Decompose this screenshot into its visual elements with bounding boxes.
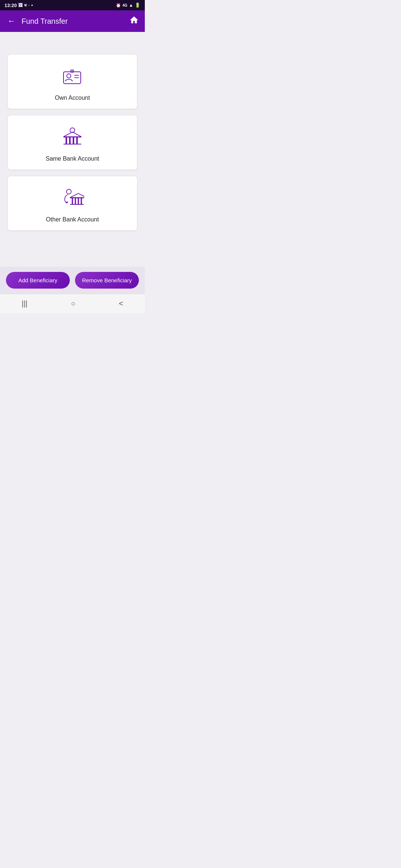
svg-rect-18 (72, 198, 73, 204)
signal-icon: ▲ (129, 3, 133, 8)
back-button[interactable]: ← (6, 15, 17, 27)
bottom-buttons-area: Add Beneficiary Remove Beneficiary (0, 267, 145, 294)
home-icon (129, 15, 139, 25)
svg-point-14 (66, 189, 71, 194)
nav-bar: ||| ○ < (0, 294, 145, 313)
svg-rect-21 (81, 198, 82, 204)
gallery-icon: 🖼 (18, 3, 23, 8)
svg-marker-16 (70, 193, 84, 197)
main-content: Own Account Same Bank Account (0, 32, 145, 238)
4g-icon: 4G (123, 3, 127, 7)
status-right: ⏰ 4G ▲ 🔋 (116, 3, 140, 8)
id-card-icon (61, 65, 84, 90)
svg-rect-19 (75, 198, 76, 204)
add-beneficiary-button[interactable]: Add Beneficiary (6, 272, 70, 289)
battery-low-icon: ▪ (28, 3, 30, 7)
own-account-label: Own Account (55, 95, 90, 101)
same-bank-card[interactable]: Same Bank Account (7, 115, 137, 170)
other-bank-label: Other Bank Account (46, 216, 99, 223)
svg-rect-12 (76, 137, 78, 144)
recent-apps-button[interactable]: ||| (14, 296, 35, 311)
status-time: 13:20 (4, 3, 17, 8)
remove-beneficiary-button[interactable]: Remove Beneficiary (75, 272, 139, 289)
header: ← Fund Transfer (0, 10, 145, 32)
svg-rect-11 (73, 137, 74, 144)
header-left: ← Fund Transfer (6, 15, 68, 27)
same-bank-icon (61, 126, 84, 151)
status-bar: 13:20 🖼 ध ▪ • ⏰ 4G ▲ 🔋 (0, 0, 145, 10)
nav-back-button[interactable]: < (111, 296, 131, 311)
nav-home-button[interactable]: ○ (63, 296, 83, 311)
other-bank-card[interactable]: Other Bank Account (7, 176, 137, 231)
status-left: 13:20 🖼 ध ▪ • (4, 3, 33, 8)
home-button[interactable] (129, 15, 139, 27)
page-title: Fund Transfer (22, 17, 68, 26)
svg-point-1 (67, 74, 71, 78)
phone-icon: ध (24, 3, 27, 8)
dot-indicator: • (31, 3, 33, 8)
svg-rect-10 (69, 137, 71, 144)
svg-rect-9 (66, 137, 67, 144)
svg-rect-20 (78, 198, 79, 204)
battery-icon: 🔋 (135, 3, 140, 8)
alarm-icon: ⏰ (116, 3, 121, 8)
same-bank-label: Same Bank Account (46, 155, 99, 162)
own-account-card[interactable]: Own Account (7, 54, 137, 109)
other-bank-icon (61, 187, 84, 212)
